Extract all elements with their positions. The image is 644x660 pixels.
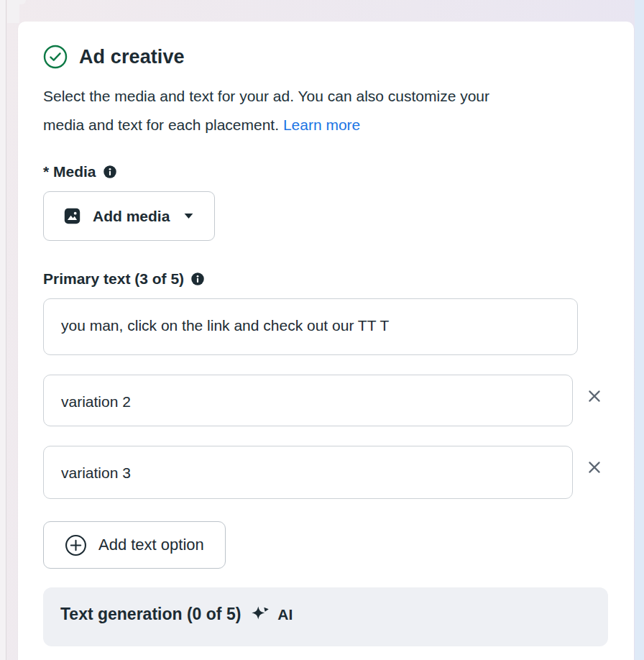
ai-badge: AI xyxy=(277,606,293,623)
check-circle-icon xyxy=(43,45,68,69)
left-panel-edge xyxy=(0,0,6,660)
info-icon[interactable] xyxy=(103,165,117,179)
chevron-down-icon xyxy=(182,209,196,223)
ai-sparkle-icon xyxy=(249,604,270,625)
plus-circle-icon xyxy=(65,534,87,556)
ad-creative-card: Ad creative Select the media and text fo… xyxy=(18,22,634,660)
close-icon xyxy=(586,459,602,475)
section-description: Select the media and text for your ad. Y… xyxy=(43,82,507,139)
top-left-corner-artifact xyxy=(7,0,19,23)
primary-text-option-row: variation 2 xyxy=(43,375,609,426)
text-generation-title-row: Text generation (0 of 5) AI xyxy=(60,604,591,625)
primary-text-label-row: Primary text (3 of 5) xyxy=(43,270,609,288)
top-left-corner-artifact-bump xyxy=(19,0,26,4)
description-text: Select the media and text for your ad. Y… xyxy=(43,88,489,133)
learn-more-link[interactable]: Learn more xyxy=(283,116,360,133)
remove-option-button[interactable] xyxy=(580,453,609,482)
add-text-option-label: Add text option xyxy=(98,536,204,554)
media-label: * Media xyxy=(43,163,96,180)
media-label-row: * Media xyxy=(43,163,609,180)
primary-text-option-row: you man, click on the link and check out… xyxy=(43,298,609,355)
primary-text-input-3[interactable]: variation 3 xyxy=(43,446,573,499)
remove-option-button[interactable] xyxy=(580,382,609,411)
section-title: Ad creative xyxy=(79,46,185,68)
primary-text-label: Primary text (3 of 5) xyxy=(43,270,184,288)
preview-panel-edge xyxy=(635,0,644,660)
section-header: Ad creative xyxy=(43,45,609,69)
text-generation-panel: Text generation (0 of 5) AI xyxy=(43,587,608,646)
info-icon[interactable] xyxy=(190,272,205,286)
primary-text-input-1[interactable]: you man, click on the link and check out… xyxy=(43,298,578,355)
add-media-label: Add media xyxy=(93,208,170,225)
add-text-option-button[interactable]: Add text option xyxy=(43,521,226,569)
primary-text-input-2[interactable]: variation 2 xyxy=(43,375,573,426)
close-icon xyxy=(586,388,602,404)
primary-text-option-row: variation 3 xyxy=(43,446,609,499)
text-generation-label: Text generation (0 of 5) xyxy=(60,605,241,624)
add-media-button[interactable]: Add media xyxy=(43,191,215,241)
image-icon xyxy=(63,206,82,226)
